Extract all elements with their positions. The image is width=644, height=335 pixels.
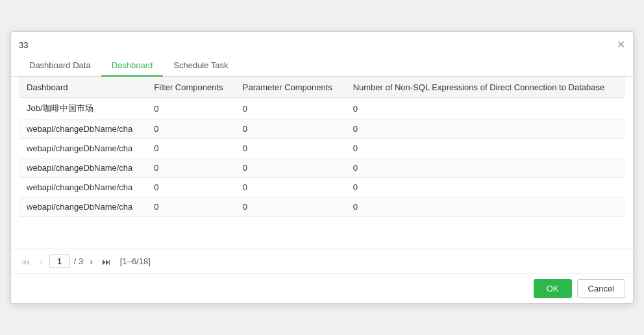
cell-dashboard: webapi/changeDbName/cha	[19, 197, 146, 217]
cell-non-sql: 0	[345, 98, 625, 119]
cell-parameter: 0	[235, 119, 345, 139]
table-row: webapi/changeDbName/cha 0 0 0	[19, 158, 625, 178]
tab-schedule-task[interactable]: Schedule Task	[163, 55, 238, 77]
table-row: Job/咖啡中国市场 0 0 0	[19, 98, 625, 119]
cell-parameter: 0	[235, 178, 345, 197]
dialog: 33 ✕ Dashboard Data Dashboard Schedule T…	[10, 31, 634, 304]
last-page-button[interactable]: ⏭	[99, 256, 114, 267]
cell-filter: 0	[146, 139, 234, 158]
tab-bar: Dashboard Data Dashboard Schedule Task	[11, 55, 633, 77]
cell-filter: 0	[146, 197, 234, 217]
tab-dashboard[interactable]: Dashboard	[101, 55, 164, 77]
cell-dashboard: webapi/changeDbName/cha	[19, 119, 146, 139]
tab-dashboard-data[interactable]: Dashboard Data	[19, 55, 101, 77]
close-button[interactable]: ✕	[617, 40, 625, 50]
cell-dashboard: Job/咖啡中国市场	[19, 98, 146, 119]
dialog-footer: OK Cancel	[11, 273, 633, 303]
cancel-button[interactable]: Cancel	[577, 279, 625, 298]
first-page-button[interactable]: ⏮	[19, 256, 33, 267]
page-input[interactable]	[49, 254, 70, 268]
col-filter-components: Filter Components	[146, 77, 234, 98]
cell-dashboard: webapi/changeDbName/cha	[19, 178, 146, 197]
cell-parameter: 0	[235, 98, 345, 119]
cell-filter: 0	[146, 158, 234, 178]
cell-filter: 0	[146, 98, 234, 119]
cell-dashboard: webapi/changeDbName/cha	[19, 139, 146, 158]
data-table: Dashboard Filter Components Parameter Co…	[19, 77, 625, 217]
col-dashboard: Dashboard	[19, 77, 146, 98]
cell-non-sql: 0	[345, 139, 625, 158]
cell-parameter: 0	[235, 158, 345, 178]
cell-non-sql: 0	[345, 158, 625, 178]
cell-parameter: 0	[235, 197, 345, 217]
table-wrapper: Dashboard Filter Components Parameter Co…	[19, 77, 625, 249]
table-header-row: Dashboard Filter Components Parameter Co…	[19, 77, 625, 98]
page-total: / 3	[74, 256, 83, 266]
ok-button[interactable]: OK	[534, 279, 572, 298]
pagination: ⏮ ‹ / 3 › ⏭ [1–6/18]	[11, 249, 633, 273]
page-range: [1–6/18]	[120, 256, 151, 266]
cell-non-sql: 0	[345, 197, 625, 217]
prev-page-button[interactable]: ‹	[37, 256, 45, 267]
dialog-title: 33	[19, 40, 28, 50]
cell-non-sql: 0	[345, 119, 625, 139]
table-row: webapi/changeDbName/cha 0 0 0	[19, 178, 625, 197]
table-row: webapi/changeDbName/cha 0 0 0	[19, 139, 625, 158]
next-page-button[interactable]: ›	[87, 256, 95, 267]
cell-dashboard: webapi/changeDbName/cha	[19, 158, 146, 178]
col-non-sql: Number of Non-SQL Expressions of Direct …	[345, 77, 625, 98]
title-bar: 33 ✕	[11, 32, 633, 53]
table-body: Job/咖啡中国市场 0 0 0 webapi/changeDbName/cha…	[19, 98, 625, 217]
cell-filter: 0	[146, 178, 234, 197]
table-row: webapi/changeDbName/cha 0 0 0	[19, 197, 625, 217]
cell-parameter: 0	[235, 139, 345, 158]
col-parameter-components: Parameter Components	[235, 77, 345, 98]
table-row: webapi/changeDbName/cha 0 0 0	[19, 119, 625, 139]
cell-non-sql: 0	[345, 178, 625, 197]
cell-filter: 0	[146, 119, 234, 139]
